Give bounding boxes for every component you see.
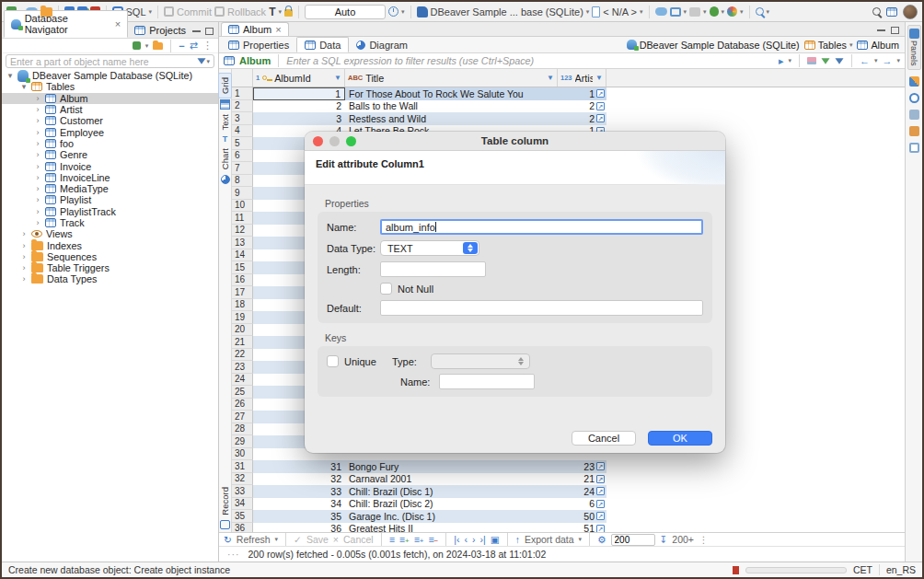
tab-properties[interactable]: Properties: [221, 37, 296, 52]
row-number[interactable]: 10: [232, 200, 253, 213]
tree-item-employee[interactable]: ›Employee: [2, 126, 218, 137]
cell-artistid[interactable]: 50↗: [558, 510, 606, 523]
tree-item-customer[interactable]: ›Customer: [2, 115, 218, 126]
cancel-label[interactable]: Cancel: [343, 534, 374, 545]
tree-chevron-icon[interactable]: ▾: [20, 82, 28, 91]
settings-gear-icon[interactable]: ⚙: [597, 534, 606, 545]
row-number[interactable]: 1: [232, 87, 253, 100]
breadcrumb-album[interactable]: Album: [857, 40, 899, 51]
tree-chevron-icon[interactable]: ›: [34, 128, 41, 137]
tree-chevron-icon[interactable]: ›: [34, 207, 41, 216]
table-row[interactable]: 3535Garage Inc. (Disc 1)50↗: [232, 510, 905, 523]
cell-artistid[interactable]: 2↗: [558, 100, 606, 113]
cell-artistid[interactable]: 2↗: [558, 112, 606, 125]
tree-chevron-icon[interactable]: ›: [20, 241, 28, 250]
perspective-icon[interactable]: [886, 7, 897, 17]
row-number[interactable]: 4: [232, 125, 253, 138]
cell-albumid[interactable]: 36: [253, 523, 345, 533]
cell-title[interactable]: Bongo Fury: [345, 460, 558, 473]
tab-projects[interactable]: Projects: [128, 23, 192, 38]
foreign-key-link-icon[interactable]: ↗: [596, 475, 605, 483]
cancel-button[interactable]: Cancel: [572, 431, 636, 446]
filter-dropdown-icon[interactable]: ▼: [595, 74, 603, 82]
cell-albumid[interactable]: 2: [253, 100, 345, 113]
collapse-all-icon[interactable]: −: [179, 41, 184, 52]
cell-artistid[interactable]: 51↗: [558, 523, 606, 533]
overflow-menu-icon[interactable]: ⋮: [699, 534, 709, 545]
tree-item-invoice[interactable]: ›Invoice: [2, 160, 218, 171]
save-filter-icon[interactable]: [821, 58, 829, 64]
refresh-label[interactable]: Refresh: [237, 534, 271, 545]
new-folder-icon[interactable]: [153, 42, 163, 50]
database-selector-combo[interactable]: DBeaver Sample ... base (SQLite)▾: [417, 6, 590, 17]
column-header-title[interactable]: ABCTitle▼: [345, 69, 558, 87]
tab-panels[interactable]: Panels: [907, 25, 921, 70]
zoom-traffic-light[interactable]: [346, 136, 356, 146]
tree-item-artist[interactable]: ›Artist: [2, 104, 218, 115]
cell-albumid[interactable]: 33: [253, 485, 345, 498]
cell-title[interactable]: Chill: Brazil (Disc 1): [345, 485, 558, 498]
cloud-icon[interactable]: [655, 7, 667, 16]
tree-item-invoiceline[interactable]: ›InvoiceLine: [2, 172, 218, 183]
clear-filter-icon[interactable]: [807, 57, 816, 64]
cell-artistid[interactable]: 1↗: [558, 87, 606, 100]
configuration-button[interactable]: ▾: [727, 6, 744, 17]
apply-filter-icon[interactable]: ▸: [779, 55, 784, 67]
link-with-editor-icon[interactable]: ⇄: [190, 40, 198, 52]
dialog-titlebar[interactable]: Table column: [305, 132, 725, 151]
tab-diagram[interactable]: Diagram: [349, 37, 415, 52]
tree-item-views[interactable]: ›Views: [2, 228, 218, 239]
cell-artistid[interactable]: 23↗: [558, 460, 606, 473]
column-name-input[interactable]: album_info: [380, 219, 703, 235]
tab-record-mode[interactable]: Record: [219, 483, 231, 519]
minimize-icon[interactable]: [877, 29, 885, 31]
close-icon[interactable]: ×: [275, 24, 281, 35]
foreign-key-link-icon[interactable]: ↗: [596, 500, 605, 508]
row-number[interactable]: 5: [232, 137, 253, 150]
row-number[interactable]: 17: [232, 286, 253, 299]
row-number[interactable]: 29: [232, 435, 253, 448]
tab-grid-presentation[interactable]: Grid: [218, 73, 232, 98]
back-icon[interactable]: ←: [860, 55, 870, 66]
filter-funnel-icon[interactable]: [198, 58, 206, 64]
tree-chevron-icon[interactable]: ›: [34, 94, 41, 103]
tree-chevron-icon[interactable]: ›: [34, 184, 41, 193]
table-row[interactable]: 22Balls to the Wall2↗: [232, 100, 905, 113]
tree-item-table-triggers[interactable]: ›Table Triggers: [2, 262, 218, 273]
row-number[interactable]: 36: [232, 523, 253, 533]
locale-label[interactable]: en_RS: [886, 564, 916, 575]
tree-item-dbeaver-sample-database-sqlite-[interactable]: ▾DBeaver Sample Database (SQLite): [2, 70, 218, 81]
add-row-icon[interactable]: ≡+: [399, 534, 410, 545]
row-number[interactable]: 28: [232, 423, 253, 436]
row-number[interactable]: 32: [232, 473, 253, 486]
chevron-down-icon[interactable]: ▾: [579, 536, 583, 543]
tree-chevron-icon[interactable]: ›: [34, 139, 41, 148]
tree-item-track[interactable]: ›Track: [2, 217, 218, 228]
table-row[interactable]: 11For Those About To Rock We Salute You1…: [232, 87, 905, 100]
refresh-icon[interactable]: ↻: [224, 534, 232, 545]
next-page-icon[interactable]: ›: [472, 534, 476, 545]
first-page-icon[interactable]: |‹: [454, 534, 459, 545]
stop-task-icon[interactable]: [733, 566, 739, 574]
tree-chevron-icon[interactable]: ›: [34, 150, 41, 159]
breadcrumb-database[interactable]: DBeaver Sample Database (SQLite): [627, 40, 800, 51]
tree-item-playlist[interactable]: ›Playlist: [2, 194, 218, 205]
chevron-down-icon[interactable]: ▾: [275, 536, 279, 543]
save-icon[interactable]: ✓: [294, 534, 302, 545]
row-number[interactable]: 22: [232, 349, 253, 362]
tree-chevron-icon[interactable]: ›: [34, 105, 41, 114]
search-icon[interactable]: [872, 7, 881, 16]
key-name-input[interactable]: [439, 374, 535, 389]
transaction-log-button[interactable]: T▾: [269, 6, 282, 18]
ok-button[interactable]: OK: [648, 431, 712, 446]
new-window-button[interactable]: ▾: [670, 7, 687, 17]
tree-chevron-icon[interactable]: ›: [34, 116, 41, 125]
tree-item-indexes[interactable]: ›Indexes: [2, 239, 218, 250]
tab-data[interactable]: Data: [296, 37, 349, 52]
tree-chevron-icon[interactable]: ›: [20, 263, 28, 272]
cell-albumid[interactable]: 3: [253, 112, 345, 125]
table-row[interactable]: 3636Greatest Hits II51↗: [232, 523, 905, 533]
tree-item-tables[interactable]: ▾Tables: [2, 81, 218, 92]
tree-chevron-icon[interactable]: ▾: [6, 71, 14, 80]
datatype-select[interactable]: TEXT: [380, 240, 479, 256]
